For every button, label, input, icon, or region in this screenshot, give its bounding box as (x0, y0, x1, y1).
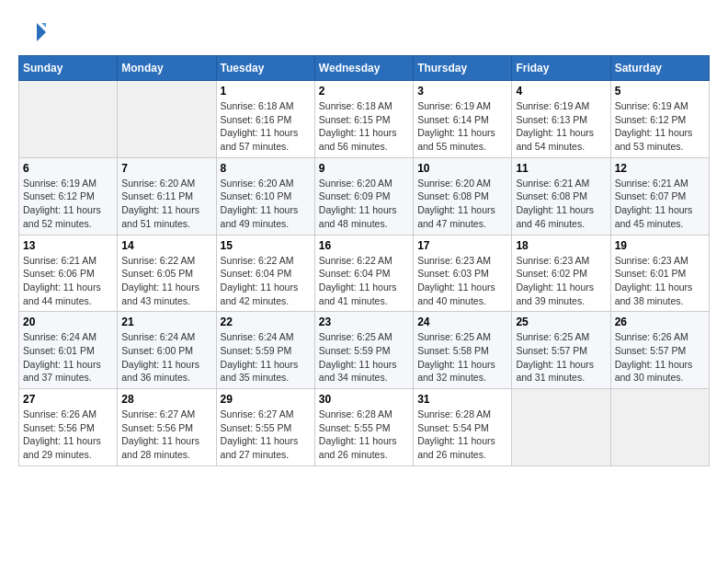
weekday-header-friday: Friday (512, 56, 610, 81)
day-info: Sunrise: 6:22 AMSunset: 6:04 PMDaylight:… (221, 254, 311, 308)
day-number: 1 (221, 85, 311, 98)
day-info: Sunrise: 6:18 AMSunset: 6:16 PMDaylight:… (221, 99, 311, 154)
day-number: 22 (221, 316, 311, 328)
day-info: Sunrise: 6:26 AMSunset: 5:56 PMDaylight:… (23, 408, 113, 462)
calendar-cell: 29Sunrise: 6:27 AMSunset: 5:55 PMDayligh… (216, 389, 314, 466)
sunset-label: Sunset: 6:11 PM (121, 190, 193, 201)
day-info: Sunrise: 6:21 AMSunset: 6:06 PMDaylight:… (23, 254, 113, 308)
day-number: 17 (417, 239, 507, 252)
sunset-label: Sunset: 5:54 PM (417, 422, 489, 433)
day-number: 12 (615, 162, 705, 175)
daylight-label: Daylight: 11 hours and 48 minutes. (319, 204, 397, 229)
day-info: Sunrise: 6:19 AMSunset: 6:13 PMDaylight:… (516, 99, 606, 154)
sunrise-label: Sunrise: 6:21 AM (516, 178, 589, 189)
day-number: 6 (23, 162, 113, 175)
daylight-label: Daylight: 11 hours and 29 minutes. (23, 435, 101, 460)
daylight-label: Daylight: 11 hours and 35 minutes. (221, 359, 299, 384)
day-info: Sunrise: 6:25 AMSunset: 5:58 PMDaylight:… (417, 330, 507, 385)
sunrise-label: Sunrise: 6:22 AM (121, 255, 195, 266)
daylight-label: Daylight: 11 hours and 30 minutes. (615, 359, 693, 384)
calendar-cell: 14Sunrise: 6:22 AMSunset: 6:05 PMDayligh… (118, 235, 216, 312)
calendar-cell: 10Sunrise: 6:20 AMSunset: 6:08 PMDayligh… (414, 157, 512, 235)
daylight-label: Daylight: 11 hours and 26 minutes. (417, 435, 495, 460)
calendar-week-4: 27Sunrise: 6:26 AMSunset: 5:56 PMDayligh… (19, 389, 710, 466)
weekday-header-row: SundayMondayTuesdayWednesdayThursdayFrid… (19, 56, 710, 81)
calendar-cell: 17Sunrise: 6:23 AMSunset: 6:03 PMDayligh… (414, 235, 512, 312)
day-number: 24 (417, 316, 507, 328)
day-info: Sunrise: 6:24 AMSunset: 6:01 PMDaylight:… (23, 330, 113, 385)
day-info: Sunrise: 6:22 AMSunset: 6:04 PMDaylight:… (319, 254, 409, 308)
weekday-header-tuesday: Tuesday (216, 56, 314, 81)
calendar-cell: 18Sunrise: 6:23 AMSunset: 6:02 PMDayligh… (512, 235, 610, 312)
day-number: 30 (319, 393, 409, 406)
calendar-cell: 13Sunrise: 6:21 AMSunset: 6:06 PMDayligh… (19, 235, 118, 312)
day-number: 13 (23, 239, 113, 252)
day-info: Sunrise: 6:20 AMSunset: 6:11 PMDaylight:… (121, 177, 211, 231)
sunrise-label: Sunrise: 6:28 AM (319, 408, 392, 419)
daylight-label: Daylight: 11 hours and 47 minutes. (417, 204, 495, 229)
day-info: Sunrise: 6:24 AMSunset: 6:00 PMDaylight:… (121, 330, 211, 385)
calendar-cell: 22Sunrise: 6:24 AMSunset: 5:59 PMDayligh… (216, 312, 314, 389)
day-info: Sunrise: 6:19 AMSunset: 6:12 PMDaylight:… (615, 99, 705, 154)
calendar-cell: 16Sunrise: 6:22 AMSunset: 6:04 PMDayligh… (314, 235, 413, 312)
sunset-label: Sunset: 5:57 PM (516, 345, 587, 356)
daylight-label: Daylight: 11 hours and 32 minutes. (417, 359, 495, 384)
sunset-label: Sunset: 6:08 PM (516, 190, 587, 201)
calendar-cell: 9Sunrise: 6:20 AMSunset: 6:09 PMDaylight… (314, 157, 413, 235)
daylight-label: Daylight: 11 hours and 31 minutes. (516, 359, 594, 384)
calendar-body: 1Sunrise: 6:18 AMSunset: 6:16 PMDaylight… (19, 81, 710, 466)
sunrise-label: Sunrise: 6:19 AM (615, 100, 688, 111)
daylight-label: Daylight: 11 hours and 27 minutes. (221, 435, 299, 460)
sunrise-label: Sunrise: 6:20 AM (417, 178, 491, 189)
sunset-label: Sunset: 6:15 PM (319, 114, 391, 125)
sunset-label: Sunset: 6:04 PM (319, 268, 391, 279)
day-info: Sunrise: 6:19 AMSunset: 6:12 PMDaylight:… (23, 177, 113, 231)
calendar-cell: 30Sunrise: 6:28 AMSunset: 5:55 PMDayligh… (314, 389, 413, 466)
sunset-label: Sunset: 6:02 PM (516, 268, 587, 279)
day-info: Sunrise: 6:18 AMSunset: 6:15 PMDaylight:… (319, 99, 409, 154)
day-number: 19 (615, 239, 705, 252)
day-info: Sunrise: 6:27 AMSunset: 5:56 PMDaylight:… (121, 408, 211, 462)
daylight-label: Daylight: 11 hours and 51 minutes. (121, 204, 199, 229)
day-number: 21 (121, 316, 211, 328)
day-number: 10 (417, 162, 507, 175)
daylight-label: Daylight: 11 hours and 43 minutes. (121, 282, 199, 306)
day-number: 4 (516, 85, 606, 98)
calendar-cell (610, 389, 709, 466)
day-info: Sunrise: 6:27 AMSunset: 5:55 PMDaylight:… (221, 408, 311, 462)
calendar-cell: 28Sunrise: 6:27 AMSunset: 5:56 PMDayligh… (118, 389, 216, 466)
sunset-label: Sunset: 5:57 PM (615, 345, 687, 356)
calendar-week-0: 1Sunrise: 6:18 AMSunset: 6:16 PMDaylight… (19, 81, 710, 158)
sunset-label: Sunset: 5:59 PM (221, 345, 292, 356)
sunset-label: Sunset: 6:07 PM (615, 190, 687, 201)
day-info: Sunrise: 6:24 AMSunset: 5:59 PMDaylight:… (221, 330, 311, 385)
day-number: 2 (319, 85, 409, 98)
day-number: 23 (319, 316, 409, 328)
sunset-label: Sunset: 6:03 PM (417, 268, 489, 279)
day-info: Sunrise: 6:20 AMSunset: 6:10 PMDaylight:… (221, 177, 311, 231)
sunrise-label: Sunrise: 6:26 AM (23, 408, 97, 419)
sunset-label: Sunset: 6:12 PM (615, 114, 687, 125)
day-info: Sunrise: 6:28 AMSunset: 5:55 PMDaylight:… (319, 408, 409, 462)
day-number: 9 (319, 162, 409, 175)
day-number: 29 (221, 393, 311, 406)
sunset-label: Sunset: 5:55 PM (221, 422, 292, 433)
calendar-cell: 4Sunrise: 6:19 AMSunset: 6:13 PMDaylight… (512, 81, 610, 158)
day-number: 26 (615, 316, 705, 328)
calendar-cell: 11Sunrise: 6:21 AMSunset: 6:08 PMDayligh… (512, 157, 610, 235)
daylight-label: Daylight: 11 hours and 41 minutes. (319, 282, 397, 306)
sunset-label: Sunset: 6:10 PM (221, 190, 292, 201)
daylight-label: Daylight: 11 hours and 37 minutes. (23, 359, 101, 384)
daylight-label: Daylight: 11 hours and 34 minutes. (319, 359, 397, 384)
weekday-header-monday: Monday (118, 56, 216, 81)
calendar-cell (118, 81, 216, 158)
calendar-table: SundayMondayTuesdayWednesdayThursdayFrid… (18, 55, 710, 466)
day-info: Sunrise: 6:23 AMSunset: 6:01 PMDaylight:… (615, 254, 705, 308)
calendar-cell: 12Sunrise: 6:21 AMSunset: 6:07 PMDayligh… (610, 157, 709, 235)
daylight-label: Daylight: 11 hours and 53 minutes. (615, 127, 693, 152)
sunrise-label: Sunrise: 6:24 AM (221, 331, 294, 342)
page-header (18, 18, 710, 46)
calendar-week-3: 20Sunrise: 6:24 AMSunset: 6:01 PMDayligh… (19, 312, 710, 389)
calendar-cell: 19Sunrise: 6:23 AMSunset: 6:01 PMDayligh… (610, 235, 709, 312)
sunrise-label: Sunrise: 6:24 AM (121, 331, 195, 342)
